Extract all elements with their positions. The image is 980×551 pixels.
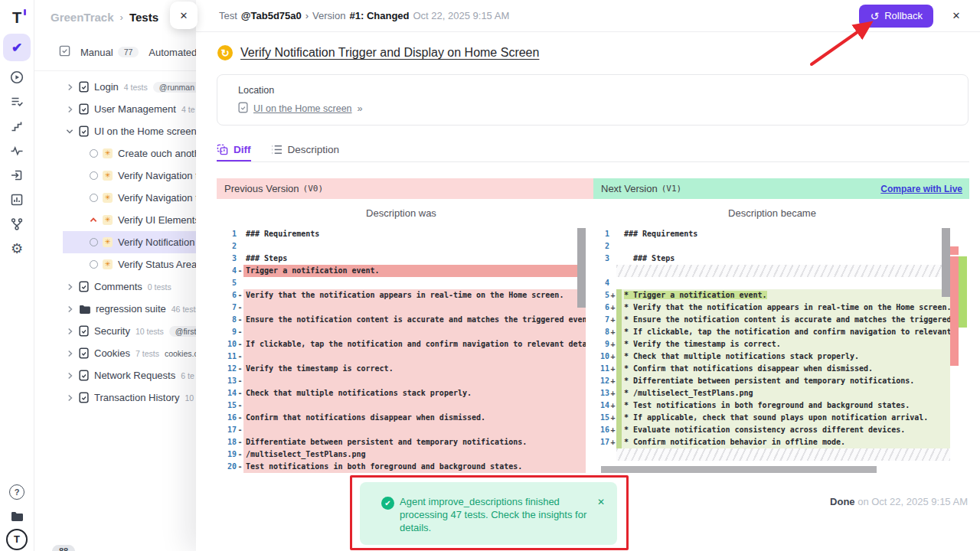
projects-folder-icon[interactable] xyxy=(5,506,29,527)
tree-item-transaction-history[interactable]: Transaction History10 xyxy=(63,386,196,409)
diff-line: 13+* /multiselect_TestPlans.png xyxy=(590,387,950,399)
tree-item-count: 10 xyxy=(185,393,194,403)
document-icon xyxy=(79,126,89,137)
tree-item-label: Comments xyxy=(94,281,142,292)
tree-item-create-ouch-anothe[interactable]: ✳Create ouch anothe xyxy=(63,142,196,165)
tree-item-label: Create ouch anothe xyxy=(118,148,196,159)
tree-item-count: 6 te xyxy=(181,371,194,380)
diff-ruler-addition-mark xyxy=(959,256,967,328)
document-icon xyxy=(79,81,89,93)
diff-collapsed-region xyxy=(616,448,950,461)
diff-line: 15- xyxy=(217,399,586,412)
tree-item-label: Network Requests xyxy=(94,370,175,381)
modal-tab-bar: Diff Description xyxy=(217,138,969,162)
compare-with-live-link[interactable]: Compare with Live xyxy=(880,184,962,194)
tree-item-tag-badge: @first xyxy=(169,326,196,337)
tree-item-label: User Management xyxy=(94,103,176,115)
diff-line: 11+* Confirm that notifications disappea… xyxy=(590,363,950,375)
diff-line: 4 xyxy=(590,277,950,289)
test-status-circle-icon xyxy=(90,171,98,180)
modal-close-left-button[interactable]: ✕ xyxy=(170,2,198,29)
app-window: T ✔ ⚙ ? T GreenTrack xyxy=(0,0,980,551)
flaky-test-icon: ✳ xyxy=(103,215,113,225)
diff-line: 2 xyxy=(590,240,950,253)
flaky-test-icon: ✳ xyxy=(103,193,113,203)
breadcrumb-app[interactable]: GreenTrack xyxy=(51,11,114,24)
tab-automated[interactable]: Automated xyxy=(149,47,196,58)
right-pane-caption: Description became xyxy=(593,207,951,219)
help-icon[interactable]: ? xyxy=(5,481,29,502)
tests-check-icon[interactable]: ✔ xyxy=(3,34,31,61)
tree-item-verify-ui-elements-o[interactable]: ✳Verify UI Elements o xyxy=(63,209,196,231)
tree-item-verify-notification-t[interactable]: ✳Verify Notification T xyxy=(63,231,196,253)
chevron-right-icon xyxy=(67,394,74,402)
tree-item-security[interactable]: Security10 tests@first xyxy=(63,320,196,342)
version-modal: ✕ Test @Tab5d75a0 › Version #1: Changed … xyxy=(196,0,980,551)
flaky-test-icon: ✳ xyxy=(103,148,113,158)
tree-item-domain: cookies.c xyxy=(165,349,196,358)
sidebar: GreenTrack › Tests Manual 77 Automated L… xyxy=(34,0,196,551)
diff-ruler-deletion-mark xyxy=(950,246,959,255)
location-link[interactable]: UI on the Home screen xyxy=(253,103,352,114)
tree-item-network-requests[interactable]: Network Requests6 te xyxy=(63,364,196,386)
tree-item-login[interactable]: Login4 tests@runman xyxy=(63,76,196,98)
settings-gear-icon[interactable]: ⚙ xyxy=(5,238,29,259)
diff-line: 7- xyxy=(217,302,586,314)
user-avatar[interactable]: T xyxy=(5,530,29,551)
diff-line: 3### Steps xyxy=(217,253,586,265)
diff-line: 10-If clickable, tap the notification an… xyxy=(217,338,586,350)
reports-chart-icon[interactable] xyxy=(5,189,29,210)
tree-item-ui-on-the-home-screen[interactable]: UI on the Home screen xyxy=(63,120,196,142)
tree-item-count: 46 tests xyxy=(172,305,196,314)
runs-play-icon[interactable] xyxy=(5,67,29,87)
tree-item-label: Verify Status Area a xyxy=(118,259,196,270)
tree-item-cookies[interactable]: Cookies7 testscookies.c xyxy=(63,342,196,364)
diff-line: 8-Ensure the notification content is acc… xyxy=(217,314,586,326)
header-separator: › xyxy=(305,10,309,21)
chevron-right-icon xyxy=(67,372,74,380)
diff-line: 16-Confirm that notifications disappear … xyxy=(217,412,586,424)
test-status-circle-icon xyxy=(90,194,98,202)
test-status-circle-icon xyxy=(90,149,98,158)
diff-line: 10+* Check that multiple notifications s… xyxy=(590,350,950,363)
diff-line: 17+* Confirm notification behavior in of… xyxy=(590,436,950,448)
chevron-up-red-icon xyxy=(90,217,97,223)
tree-item-comments[interactable]: Comments0 tests xyxy=(63,276,196,298)
diff-line: 12-Verify the timestamp is correct. xyxy=(217,363,586,375)
flaky-test-icon: ✳ xyxy=(103,171,113,181)
right-pane-horizontal-scrollbar[interactable] xyxy=(601,466,877,473)
chevron-right-icon xyxy=(67,83,74,91)
chevron-right-icon xyxy=(67,350,74,357)
steps-icon[interactable] xyxy=(5,116,29,136)
select-tests-icon[interactable] xyxy=(59,45,70,60)
tree-item-label: Transaction History xyxy=(94,392,180,403)
modal-close-button[interactable]: ✕ xyxy=(946,6,966,26)
sidebar-tab-bar: Manual 77 Automated xyxy=(34,34,196,71)
document-icon xyxy=(79,103,89,115)
tree-item-user-management[interactable]: User Management4 te xyxy=(63,98,196,120)
activity-icon[interactable] xyxy=(5,140,29,161)
test-title[interactable]: Verify Notification Trigger and Display … xyxy=(240,46,539,60)
tab-description[interactable]: Description xyxy=(271,138,340,161)
tab-manual[interactable]: Manual 77 xyxy=(80,47,139,58)
right-pane-vertical-scrollbar[interactable] xyxy=(942,228,950,297)
import-box-icon[interactable] xyxy=(5,165,29,185)
tree-item-verify-status-area-a[interactable]: ✳Verify Status Area a xyxy=(63,253,196,276)
diff-line: 3 ### Steps xyxy=(590,253,950,265)
tab-diff[interactable]: Diff xyxy=(217,138,251,161)
previous-version-header: Previous Version(V0) xyxy=(217,178,601,199)
breadcrumb-separator: › xyxy=(120,11,123,23)
left-pane-vertical-scrollbar[interactable] xyxy=(577,228,586,308)
document-icon xyxy=(79,392,89,403)
test-list-icon[interactable] xyxy=(5,91,29,112)
tree-item-regression-suite[interactable]: regression suite46 tests xyxy=(63,298,196,320)
chevron-down-icon xyxy=(66,128,74,135)
diff-line: 6+* Verify that the notification appears… xyxy=(590,302,950,314)
branches-icon[interactable] xyxy=(5,214,29,234)
app-logo-icon[interactable]: T xyxy=(5,6,28,29)
tree-item-verify-navigation-to[interactable]: ✳Verify Navigation to xyxy=(63,187,196,209)
diff-line: 1### Requirements xyxy=(590,228,950,240)
header-test-id[interactable]: @Tab5d75a0 xyxy=(241,10,302,21)
breadcrumb-page[interactable]: Tests xyxy=(129,11,158,24)
tree-item-verify-navigation-to[interactable]: ✳Verify Navigation to xyxy=(63,165,196,187)
